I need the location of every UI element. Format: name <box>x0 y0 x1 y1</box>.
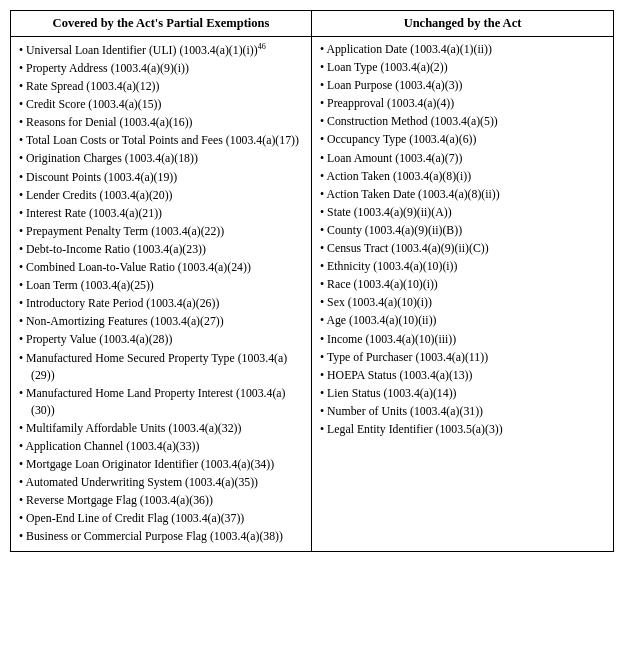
list-item: Loan Type (1003.4(a)(2)) <box>320 59 605 76</box>
list-item: County (1003.4(a)(9)(ii)(B)) <box>320 222 605 239</box>
list-item: Reverse Mortgage Flag (1003.4(a)(36)) <box>19 492 303 509</box>
list-item: Prepayment Penalty Term (1003.4(a)(22)) <box>19 223 303 240</box>
list-item: Open-End Line of Credit Flag (1003.4(a)(… <box>19 510 303 527</box>
list-item: Type of Purchaser (1003.4(a)(11)) <box>320 349 605 366</box>
list-item: Automated Underwriting System (1003.4(a)… <box>19 474 303 491</box>
list-item: Manufactured Home Secured Property Type … <box>19 350 303 384</box>
list-item: Mortgage Loan Originator Identifier (100… <box>19 456 303 473</box>
list-item: Action Taken Date (1003.4(a)(8)(ii)) <box>320 186 605 203</box>
list-item: Ethnicity (1003.4(a)(10)(i)) <box>320 258 605 275</box>
list-item: Multifamily Affordable Units (1003.4(a)(… <box>19 420 303 437</box>
left-column-header: Covered by the Act's Partial Exemptions <box>11 11 312 36</box>
list-item: Business or Commercial Purpose Flag (100… <box>19 528 303 545</box>
list-item: Origination Charges (1003.4(a)(18)) <box>19 150 303 167</box>
list-item: Action Taken (1003.4(a)(8)(i)) <box>320 168 605 185</box>
list-item: Rate Spread (1003.4(a)(12)) <box>19 78 303 95</box>
list-item: Reasons for Denial (1003.4(a)(16)) <box>19 114 303 131</box>
list-item: Age (1003.4(a)(10)(ii)) <box>320 312 605 329</box>
table-body: Universal Loan Identifier (ULI) (1003.4(… <box>11 37 613 551</box>
list-item: Occupancy Type (1003.4(a)(6)) <box>320 131 605 148</box>
list-item: Lender Credits (1003.4(a)(20)) <box>19 187 303 204</box>
left-items-list: Universal Loan Identifier (ULI) (1003.4(… <box>19 41 303 546</box>
list-item: State (1003.4(a)(9)(ii)(A)) <box>320 204 605 221</box>
list-item: Interest Rate (1003.4(a)(21)) <box>19 205 303 222</box>
list-item: Application Channel (1003.4(a)(33)) <box>19 438 303 455</box>
list-item: Non-Amortizing Features (1003.4(a)(27)) <box>19 313 303 330</box>
left-column: Universal Loan Identifier (ULI) (1003.4(… <box>11 37 312 551</box>
main-table: Covered by the Act's Partial Exemptions … <box>10 10 614 552</box>
list-item: Loan Amount (1003.4(a)(7)) <box>320 150 605 167</box>
list-item: Credit Score (1003.4(a)(15)) <box>19 96 303 113</box>
right-column-header: Unchanged by the Act <box>312 11 613 36</box>
list-item: Application Date (1003.4(a)(1)(ii)) <box>320 41 605 58</box>
right-column: Application Date (1003.4(a)(1)(ii))Loan … <box>312 37 613 551</box>
list-item: Loan Term (1003.4(a)(25)) <box>19 277 303 294</box>
list-item: Loan Purpose (1003.4(a)(3)) <box>320 77 605 94</box>
list-item: Race (1003.4(a)(10)(i)) <box>320 276 605 293</box>
list-item: Construction Method (1003.4(a)(5)) <box>320 113 605 130</box>
list-item: Combined Loan-to-Value Ratio (1003.4(a)(… <box>19 259 303 276</box>
list-item: Discount Points (1003.4(a)(19)) <box>19 169 303 186</box>
list-item: Debt-to-Income Ratio (1003.4(a)(23)) <box>19 241 303 258</box>
table-header: Covered by the Act's Partial Exemptions … <box>11 11 613 37</box>
list-item: Income (1003.4(a)(10)(iii)) <box>320 331 605 348</box>
list-item: Manufactured Home Land Property Interest… <box>19 385 303 419</box>
list-item: Sex (1003.4(a)(10)(i)) <box>320 294 605 311</box>
list-item: Legal Entity Identifier (1003.5(a)(3)) <box>320 421 605 438</box>
list-item: Census Tract (1003.4(a)(9)(ii)(C)) <box>320 240 605 257</box>
list-item: Property Address (1003.4(a)(9)(i)) <box>19 60 303 77</box>
list-item: Preapproval (1003.4(a)(4)) <box>320 95 605 112</box>
list-item: Lien Status (1003.4(a)(14)) <box>320 385 605 402</box>
list-item: Universal Loan Identifier (ULI) (1003.4(… <box>19 41 303 59</box>
list-item: HOEPA Status (1003.4(a)(13)) <box>320 367 605 384</box>
list-item: Property Value (1003.4(a)(28)) <box>19 331 303 348</box>
list-item: Total Loan Costs or Total Points and Fee… <box>19 132 303 149</box>
list-item: Number of Units (1003.4(a)(31)) <box>320 403 605 420</box>
list-item: Introductory Rate Period (1003.4(a)(26)) <box>19 295 303 312</box>
right-items-list: Application Date (1003.4(a)(1)(ii))Loan … <box>320 41 605 438</box>
